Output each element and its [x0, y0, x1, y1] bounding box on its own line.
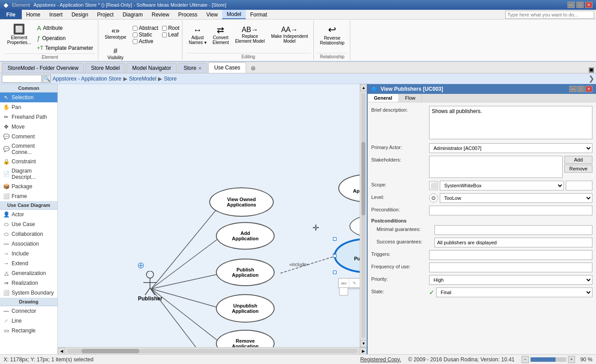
props-minimize-button[interactable]: —	[569, 86, 576, 92]
usecase-unpublish-application[interactable]: UnpublishApplication	[216, 294, 275, 323]
props-maximize-button[interactable]: □	[577, 86, 584, 92]
scroll-thumb-h[interactable]	[81, 349, 140, 353]
replace-element-model-button[interactable]: AB→ ReplaceElement Model	[232, 21, 268, 48]
usecase-view-publishers[interactable]: ViewPublishers	[335, 239, 360, 272]
props-tab-general[interactable]: General	[368, 94, 399, 102]
static-checkbox[interactable]	[133, 32, 138, 37]
tab-store-model-folder[interactable]: StoreModel - Folder Overview	[2, 63, 84, 73]
menu-project[interactable]: Project	[93, 10, 118, 19]
scroll-up-button[interactable]: ▲	[360, 84, 367, 91]
precondition-input[interactable]	[429, 206, 592, 215]
usecase-publish-application[interactable]: PublishApplication	[216, 259, 275, 286]
panel-item-association[interactable]: — Association	[0, 239, 57, 249]
panel-item-pan[interactable]: ✋ Pan	[0, 102, 57, 112]
zoom-minus-button[interactable]: −	[522, 356, 529, 363]
menu-insert[interactable]: Insert	[45, 10, 67, 19]
tab-model-navigator[interactable]: Model Navigator	[126, 63, 177, 73]
panel-item-realization[interactable]: ⇒ Realization	[0, 278, 57, 288]
panel-item-frame[interactable]: ⬜ Frame	[0, 191, 57, 201]
vertical-scrollbar[interactable]: ▲ ▼	[360, 84, 367, 347]
ft-text-btn[interactable]: abc	[339, 279, 349, 287]
panel-item-generalization[interactable]: △ Generalization	[0, 268, 57, 278]
tab-panel-toggle[interactable]: ▣	[588, 66, 594, 73]
menu-file[interactable]: File	[0, 10, 22, 19]
scroll-left-button[interactable]: ◀	[58, 348, 65, 355]
operation-button[interactable]: ƒ Operation	[35, 33, 95, 43]
panel-item-move[interactable]: ✥ Move	[0, 122, 57, 132]
panel-item-comment[interactable]: 💬 Comment	[0, 132, 57, 142]
stereotype-button[interactable]: «» Stereotype	[102, 23, 129, 43]
ft-icon-btn[interactable]: ✎	[349, 279, 360, 287]
panel-item-connector[interactable]: — Connector	[0, 306, 57, 316]
panel-item-collaboration[interactable]: ⬭ Collaboration	[0, 229, 57, 239]
priority-select[interactable]: High	[429, 275, 592, 285]
panel-item-usecase[interactable]: ⬭ Use Case	[0, 219, 57, 229]
panel-item-package[interactable]: 📦 Package	[0, 182, 57, 191]
panel-item-diagram-descript[interactable]: 📄 Diagram Descript...	[0, 166, 57, 182]
abstract-checkbox[interactable]	[133, 26, 138, 31]
menu-design[interactable]: Design	[67, 10, 93, 19]
template-parameter-button[interactable]: +T Template Parameter	[35, 44, 95, 53]
stakeholders-add-button[interactable]: Add	[564, 156, 592, 164]
element-properties-button[interactable]: 🔲 ElementProperties...	[4, 21, 34, 48]
close-button[interactable]: ✕	[585, 2, 592, 8]
minimize-button[interactable]: —	[568, 2, 575, 8]
menu-model[interactable]: Model	[222, 10, 246, 19]
horizontal-scrollbar[interactable]: ◀ ▶	[58, 347, 367, 354]
search-button[interactable]: 🔍	[43, 75, 51, 83]
panel-item-extend[interactable]: → Extend	[0, 259, 57, 268]
breadcrumb-item-2[interactable]: Store	[164, 76, 177, 82]
panel-item-constraint[interactable]: 🔒 Constraint	[0, 157, 57, 166]
usecase-add-application[interactable]: AddApplication	[216, 222, 275, 250]
panel-item-system-boundary[interactable]: ⬜ System Boundary	[0, 288, 57, 298]
panel-item-line[interactable]: ⟋ Line	[0, 316, 57, 326]
tab-add-button[interactable]: ⊕	[247, 63, 259, 73]
props-tab-flow[interactable]: Flow	[399, 94, 422, 102]
scroll-right-button[interactable]: ▶	[360, 348, 367, 355]
maximize-button[interactable]: □	[576, 2, 584, 8]
attribute-button[interactable]: A Attribute	[35, 23, 95, 33]
scope-text-input[interactable]	[566, 181, 592, 190]
panel-item-comment-conn[interactable]: 💬 Comment Conne...	[0, 142, 57, 157]
scope-select[interactable]: SystemWhiteBox	[440, 181, 564, 190]
panel-item-freehand[interactable]: ✏ Freehand Path	[0, 112, 57, 122]
minimal-guarantees-input[interactable]	[434, 225, 592, 235]
zoom-slider[interactable]	[531, 357, 566, 362]
primary-actor-select[interactable]: Administrator [AC007]	[429, 143, 592, 153]
menu-view[interactable]: View	[202, 10, 223, 19]
menu-home[interactable]: Home	[22, 10, 45, 19]
breadcrumb-forward-arrow[interactable]: ❯	[588, 74, 594, 83]
panel-item-actor[interactable]: 👤 Actor	[0, 210, 57, 219]
tab-use-cases[interactable]: Use Cases	[208, 62, 246, 73]
success-guarantees-input[interactable]	[434, 238, 592, 247]
root-checkbox[interactable]	[162, 26, 167, 31]
tab-store-close[interactable]: ✕	[198, 66, 202, 71]
brief-description-input[interactable]: Shows all publishers.	[429, 106, 592, 139]
scroll-down-button[interactable]: ▼	[360, 340, 367, 347]
menu-process[interactable]: Process	[174, 10, 202, 19]
add-element-btn[interactable]: ⊕	[137, 260, 145, 271]
props-close-button[interactable]: ✕	[585, 86, 592, 92]
menu-review[interactable]: Review	[147, 10, 174, 19]
usecase-view-custom[interactable]: ViewCustom...	[349, 214, 360, 239]
state-select[interactable]: Final	[436, 287, 592, 297]
help-search[interactable]	[505, 11, 594, 19]
actor-publisher[interactable]: Publisher	[138, 271, 162, 302]
reverse-relationship-button[interactable]: ↩ ReverseRelationship	[317, 21, 347, 48]
convert-element-button[interactable]: ⇄ ConvertElement	[210, 21, 232, 48]
panel-item-rectangle[interactable]: ▭ Rectangle	[0, 326, 57, 336]
usecase-view-applications[interactable]: ViewApplications	[338, 174, 360, 202]
make-independent-model-button[interactable]: AA→ Make IndependentModel	[268, 21, 311, 48]
level-select[interactable]: TooLow	[440, 193, 592, 203]
frequency-input[interactable]	[429, 263, 592, 272]
active-checkbox[interactable]	[133, 39, 138, 44]
breadcrumb-item-1[interactable]: StoreModel	[129, 76, 156, 82]
usecase-remove-application[interactable]: RemoveApplication	[216, 330, 275, 347]
panel-item-include[interactable]: → Include	[0, 249, 57, 259]
stakeholders-remove-button[interactable]: Remove	[564, 165, 592, 173]
usecase-view-owned-applications[interactable]: View OwnedApplications	[209, 187, 274, 217]
adjust-names-button[interactable]: ↔ AdjustNames ▾	[186, 21, 209, 48]
zoom-plus-button[interactable]: +	[568, 356, 575, 363]
search-input[interactable]	[2, 75, 42, 83]
leaf-checkbox[interactable]	[162, 32, 167, 37]
